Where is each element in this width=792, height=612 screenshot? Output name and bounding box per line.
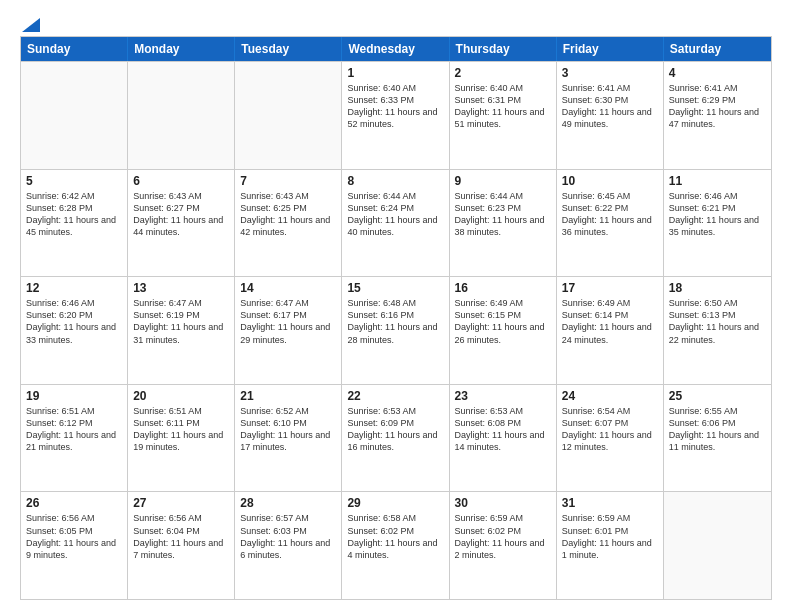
day-cell-29: 29Sunrise: 6:58 AM Sunset: 6:02 PM Dayli… [342, 492, 449, 599]
day-info: Sunrise: 6:44 AM Sunset: 6:23 PM Dayligh… [455, 190, 551, 239]
day-cell-6: 6Sunrise: 6:43 AM Sunset: 6:27 PM Daylig… [128, 170, 235, 277]
day-number: 19 [26, 389, 122, 403]
day-cell-19: 19Sunrise: 6:51 AM Sunset: 6:12 PM Dayli… [21, 385, 128, 492]
day-number: 30 [455, 496, 551, 510]
calendar-row-1: 1Sunrise: 6:40 AM Sunset: 6:33 PM Daylig… [21, 61, 771, 169]
day-number: 3 [562, 66, 658, 80]
header-cell-sunday: Sunday [21, 37, 128, 61]
day-cell-26: 26Sunrise: 6:56 AM Sunset: 6:05 PM Dayli… [21, 492, 128, 599]
day-number: 9 [455, 174, 551, 188]
header [20, 18, 772, 28]
day-cell-5: 5Sunrise: 6:42 AM Sunset: 6:28 PM Daylig… [21, 170, 128, 277]
day-info: Sunrise: 6:59 AM Sunset: 6:01 PM Dayligh… [562, 512, 658, 561]
day-number: 14 [240, 281, 336, 295]
day-number: 21 [240, 389, 336, 403]
calendar-body: 1Sunrise: 6:40 AM Sunset: 6:33 PM Daylig… [21, 61, 771, 599]
day-number: 23 [455, 389, 551, 403]
day-info: Sunrise: 6:45 AM Sunset: 6:22 PM Dayligh… [562, 190, 658, 239]
day-cell-25: 25Sunrise: 6:55 AM Sunset: 6:06 PM Dayli… [664, 385, 771, 492]
empty-cell-0-1 [128, 62, 235, 169]
day-info: Sunrise: 6:58 AM Sunset: 6:02 PM Dayligh… [347, 512, 443, 561]
header-cell-tuesday: Tuesday [235, 37, 342, 61]
day-info: Sunrise: 6:41 AM Sunset: 6:29 PM Dayligh… [669, 82, 766, 131]
day-number: 29 [347, 496, 443, 510]
day-info: Sunrise: 6:51 AM Sunset: 6:11 PM Dayligh… [133, 405, 229, 454]
day-info: Sunrise: 6:50 AM Sunset: 6:13 PM Dayligh… [669, 297, 766, 346]
header-cell-monday: Monday [128, 37, 235, 61]
day-cell-2: 2Sunrise: 6:40 AM Sunset: 6:31 PM Daylig… [450, 62, 557, 169]
page: SundayMondayTuesdayWednesdayThursdayFrid… [0, 0, 792, 612]
day-info: Sunrise: 6:49 AM Sunset: 6:15 PM Dayligh… [455, 297, 551, 346]
day-info: Sunrise: 6:52 AM Sunset: 6:10 PM Dayligh… [240, 405, 336, 454]
day-cell-18: 18Sunrise: 6:50 AM Sunset: 6:13 PM Dayli… [664, 277, 771, 384]
day-cell-23: 23Sunrise: 6:53 AM Sunset: 6:08 PM Dayli… [450, 385, 557, 492]
day-info: Sunrise: 6:49 AM Sunset: 6:14 PM Dayligh… [562, 297, 658, 346]
day-number: 12 [26, 281, 122, 295]
day-cell-22: 22Sunrise: 6:53 AM Sunset: 6:09 PM Dayli… [342, 385, 449, 492]
day-info: Sunrise: 6:44 AM Sunset: 6:24 PM Dayligh… [347, 190, 443, 239]
day-number: 13 [133, 281, 229, 295]
day-cell-27: 27Sunrise: 6:56 AM Sunset: 6:04 PM Dayli… [128, 492, 235, 599]
day-info: Sunrise: 6:53 AM Sunset: 6:09 PM Dayligh… [347, 405, 443, 454]
calendar-row-5: 26Sunrise: 6:56 AM Sunset: 6:05 PM Dayli… [21, 491, 771, 599]
day-info: Sunrise: 6:43 AM Sunset: 6:25 PM Dayligh… [240, 190, 336, 239]
day-info: Sunrise: 6:40 AM Sunset: 6:31 PM Dayligh… [455, 82, 551, 131]
day-cell-21: 21Sunrise: 6:52 AM Sunset: 6:10 PM Dayli… [235, 385, 342, 492]
day-number: 15 [347, 281, 443, 295]
day-cell-7: 7Sunrise: 6:43 AM Sunset: 6:25 PM Daylig… [235, 170, 342, 277]
day-number: 8 [347, 174, 443, 188]
header-cell-friday: Friday [557, 37, 664, 61]
day-cell-31: 31Sunrise: 6:59 AM Sunset: 6:01 PM Dayli… [557, 492, 664, 599]
calendar-header: SundayMondayTuesdayWednesdayThursdayFrid… [21, 37, 771, 61]
empty-cell-4-6 [664, 492, 771, 599]
day-cell-17: 17Sunrise: 6:49 AM Sunset: 6:14 PM Dayli… [557, 277, 664, 384]
day-cell-3: 3Sunrise: 6:41 AM Sunset: 6:30 PM Daylig… [557, 62, 664, 169]
day-cell-10: 10Sunrise: 6:45 AM Sunset: 6:22 PM Dayli… [557, 170, 664, 277]
day-number: 31 [562, 496, 658, 510]
day-cell-11: 11Sunrise: 6:46 AM Sunset: 6:21 PM Dayli… [664, 170, 771, 277]
calendar-row-2: 5Sunrise: 6:42 AM Sunset: 6:28 PM Daylig… [21, 169, 771, 277]
day-cell-12: 12Sunrise: 6:46 AM Sunset: 6:20 PM Dayli… [21, 277, 128, 384]
day-info: Sunrise: 6:51 AM Sunset: 6:12 PM Dayligh… [26, 405, 122, 454]
empty-cell-0-0 [21, 62, 128, 169]
day-number: 20 [133, 389, 229, 403]
day-cell-30: 30Sunrise: 6:59 AM Sunset: 6:02 PM Dayli… [450, 492, 557, 599]
calendar-row-3: 12Sunrise: 6:46 AM Sunset: 6:20 PM Dayli… [21, 276, 771, 384]
day-number: 6 [133, 174, 229, 188]
day-info: Sunrise: 6:54 AM Sunset: 6:07 PM Dayligh… [562, 405, 658, 454]
day-info: Sunrise: 6:46 AM Sunset: 6:21 PM Dayligh… [669, 190, 766, 239]
day-number: 5 [26, 174, 122, 188]
day-info: Sunrise: 6:41 AM Sunset: 6:30 PM Dayligh… [562, 82, 658, 131]
day-number: 27 [133, 496, 229, 510]
day-info: Sunrise: 6:46 AM Sunset: 6:20 PM Dayligh… [26, 297, 122, 346]
day-cell-9: 9Sunrise: 6:44 AM Sunset: 6:23 PM Daylig… [450, 170, 557, 277]
day-info: Sunrise: 6:47 AM Sunset: 6:17 PM Dayligh… [240, 297, 336, 346]
header-cell-thursday: Thursday [450, 37, 557, 61]
day-number: 18 [669, 281, 766, 295]
logo [20, 18, 40, 28]
day-cell-15: 15Sunrise: 6:48 AM Sunset: 6:16 PM Dayli… [342, 277, 449, 384]
day-number: 28 [240, 496, 336, 510]
day-cell-24: 24Sunrise: 6:54 AM Sunset: 6:07 PM Dayli… [557, 385, 664, 492]
day-number: 17 [562, 281, 658, 295]
day-cell-8: 8Sunrise: 6:44 AM Sunset: 6:24 PM Daylig… [342, 170, 449, 277]
day-info: Sunrise: 6:42 AM Sunset: 6:28 PM Dayligh… [26, 190, 122, 239]
day-number: 16 [455, 281, 551, 295]
day-cell-20: 20Sunrise: 6:51 AM Sunset: 6:11 PM Dayli… [128, 385, 235, 492]
day-info: Sunrise: 6:48 AM Sunset: 6:16 PM Dayligh… [347, 297, 443, 346]
day-number: 25 [669, 389, 766, 403]
day-cell-16: 16Sunrise: 6:49 AM Sunset: 6:15 PM Dayli… [450, 277, 557, 384]
calendar: SundayMondayTuesdayWednesdayThursdayFrid… [20, 36, 772, 600]
day-number: 2 [455, 66, 551, 80]
day-number: 10 [562, 174, 658, 188]
day-number: 4 [669, 66, 766, 80]
day-info: Sunrise: 6:59 AM Sunset: 6:02 PM Dayligh… [455, 512, 551, 561]
empty-cell-0-2 [235, 62, 342, 169]
day-cell-1: 1Sunrise: 6:40 AM Sunset: 6:33 PM Daylig… [342, 62, 449, 169]
calendar-row-4: 19Sunrise: 6:51 AM Sunset: 6:12 PM Dayli… [21, 384, 771, 492]
day-number: 24 [562, 389, 658, 403]
day-number: 11 [669, 174, 766, 188]
header-cell-saturday: Saturday [664, 37, 771, 61]
day-info: Sunrise: 6:47 AM Sunset: 6:19 PM Dayligh… [133, 297, 229, 346]
day-cell-13: 13Sunrise: 6:47 AM Sunset: 6:19 PM Dayli… [128, 277, 235, 384]
